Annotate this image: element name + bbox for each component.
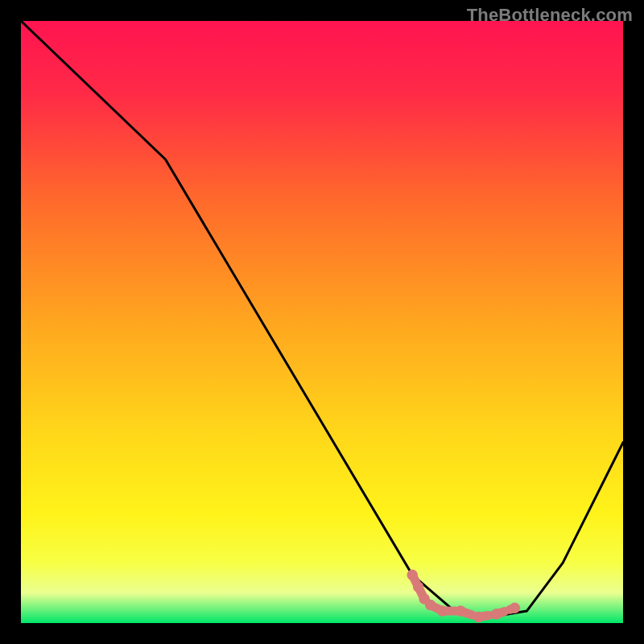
chart-svg — [21, 21, 623, 623]
chart-frame: TheBottleneck.com — [0, 0, 644, 644]
highlight-dot — [425, 600, 436, 610]
highlight-dot — [510, 603, 520, 613]
highlight-dot — [455, 605, 465, 616]
highlight-dot — [473, 612, 484, 622]
watermark-text: TheBottleneck.com — [467, 5, 633, 26]
highlight-dot — [413, 581, 423, 592]
highlight-dot — [407, 569, 417, 580]
highlight-dot — [437, 605, 448, 616]
plot-area — [21, 21, 623, 623]
gradient-bg — [21, 21, 623, 623]
highlight-dot — [491, 609, 502, 619]
